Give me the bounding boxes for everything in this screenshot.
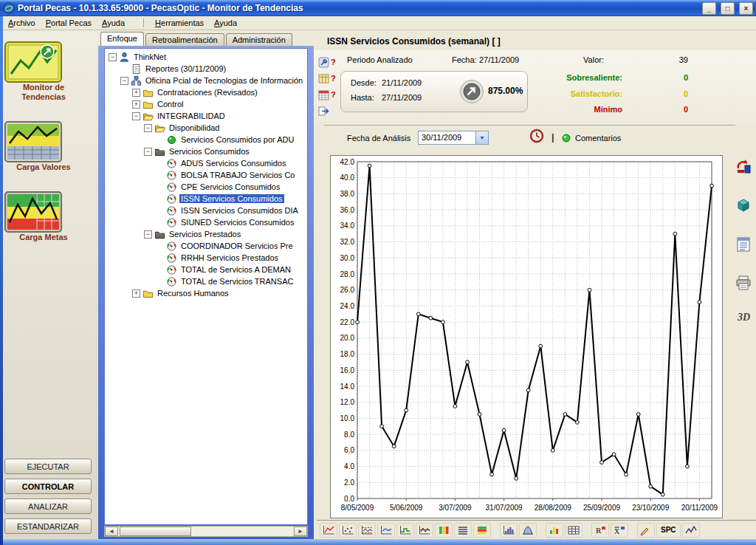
menu-archivo[interactable]: Archivo — [3, 17, 41, 29]
action-estandarizar[interactable]: ESTANDARIZAR — [4, 518, 92, 534]
folderOpen-icon — [142, 111, 154, 122]
tree-item-oficina-pcial-de-tecnologias-de-informacio-n[interactable]: −Oficina Pcial de Tecnologias de Informa… — [107, 75, 307, 86]
sidebar: Monitor de TendenciasCarga ValoresCarga … — [0, 31, 98, 539]
step-chart-icon[interactable] — [396, 523, 414, 538]
tree-item-bolsa-trabajo-servicios-co[interactable]: BOLSA TRABAJO Servicios Co — [107, 169, 307, 181]
tree-item-label: Oficina Pcial de Tecnologias de Informac… — [144, 76, 304, 85]
tree-expander[interactable]: + — [132, 100, 140, 109]
tab-enfoque[interactable]: Enfoque — [100, 32, 144, 46]
annotate-icon[interactable] — [637, 523, 655, 538]
export-report-icon[interactable] — [735, 158, 752, 174]
3d-view-label[interactable]: 3D — [738, 312, 750, 323]
menu-herramientas[interactable]: Herramientas — [150, 17, 209, 29]
list-lines-icon[interactable] — [454, 523, 472, 538]
tree-item-adus-servicios-consumidos[interactable]: ADUS Servicios Consumidos — [107, 157, 307, 169]
cube-view-icon[interactable] — [735, 196, 752, 213]
org-icon — [131, 75, 142, 86]
module-carga-metas[interactable]: Carga Metas — [4, 191, 83, 242]
menu-portal-pecas[interactable]: Portal Pecas — [41, 17, 97, 29]
periodo-label: Periodo Analizado — [347, 55, 413, 64]
tree-expander[interactable]: − — [109, 53, 117, 61]
tree-expander[interactable]: − — [144, 124, 152, 132]
tree-item-recursos-humanos[interactable]: +Recursos Humanos — [107, 287, 307, 299]
tree-expander[interactable]: + — [132, 89, 140, 97]
color-histogram-icon[interactable] — [546, 523, 563, 538]
menu-ayuda[interactable]: Ayuda — [97, 17, 130, 29]
stacked-colors-icon[interactable] — [435, 523, 453, 538]
column-report-icon[interactable] — [735, 236, 752, 253]
tree-item-label: BOLSA TRABAJO Servicios Co — [179, 171, 296, 179]
tree-item-servicios-prestados[interactable]: −Servicios Prestados — [107, 228, 307, 240]
tab-retroalimentacio-n[interactable]: Retroalimentación — [145, 33, 224, 46]
tree-expander[interactable]: − — [120, 77, 128, 85]
tree-expander[interactable]: − — [132, 112, 140, 120]
svg-text:34.0: 34.0 — [340, 222, 355, 230]
flag-bars-icon[interactable] — [473, 523, 491, 538]
tree-item-integrabilidad[interactable]: −INTEGRABILIDAD — [107, 110, 307, 122]
tab-administracio-n[interactable]: Administración — [226, 33, 292, 46]
module-monitor-de-tendencias[interactable]: Monitor de Tendencias — [4, 41, 83, 102]
levey-jennings-icon[interactable] — [416, 523, 433, 538]
spc-button[interactable]: SPC — [656, 523, 681, 538]
scroll-right-button[interactable]: ► — [294, 527, 307, 536]
tree-expander[interactable]: − — [144, 230, 152, 239]
scroll-left-button[interactable]: ◄ — [105, 527, 118, 536]
tolerance-chart-icon[interactable] — [377, 523, 395, 538]
tree-item-control[interactable]: +Control — [107, 98, 307, 110]
tree-item-reportes-30-11-2009[interactable]: Reportes (30/11/2009) — [107, 63, 307, 75]
gauge-icon — [166, 241, 177, 252]
folderDark-icon — [154, 146, 165, 157]
histogram-icon[interactable] — [500, 523, 518, 538]
trend-chart-icon[interactable] — [320, 523, 337, 538]
threshold-value: 0 — [662, 89, 688, 98]
gauge-icon — [166, 264, 177, 275]
tree-item-label: CPE Servicios Consumidos — [179, 182, 282, 191]
scroll-track[interactable] — [191, 527, 294, 536]
maximize-button[interactable]: □ — [721, 2, 735, 15]
tree-item-thinknet[interactable]: −ThinkNet — [107, 51, 307, 63]
tree-expander[interactable]: + — [132, 289, 140, 298]
minimize-button[interactable]: _ — [702, 2, 716, 15]
tree-item-servicios-consumidos-por-adu[interactable]: Servicios Consumidos por ADU — [107, 134, 307, 145]
distribution-icon[interactable] — [519, 523, 537, 538]
printer-icon[interactable] — [735, 275, 752, 291]
tree-horizontal-scrollbar[interactable]: ◄ ► — [104, 526, 308, 537]
tree-item-siuned-servicios-consumidos[interactable]: SIUNED Servicios Consumidos — [107, 216, 307, 228]
tools-help-icon[interactable] — [318, 57, 329, 68]
tree-expander[interactable]: − — [144, 148, 152, 156]
svg-text:32.0: 32.0 — [340, 238, 355, 246]
folder-icon — [142, 87, 154, 98]
tree-item-issn-servicios-consumidos[interactable]: ISSN Servicios Consumidos — [107, 193, 307, 205]
scroll-thumb[interactable] — [120, 527, 191, 536]
tree-item-contrataciones-revisados[interactable]: +Contrataciones (Revisados) — [107, 86, 307, 98]
tree-item-label: SIUNED Servicios Consumidos — [179, 218, 295, 227]
module-carga-valores[interactable]: Carga Valores — [4, 121, 83, 172]
threshold-row: Sobresaliente:0 — [314, 73, 756, 83]
close-button[interactable]: × — [739, 2, 753, 15]
comentarios-label[interactable]: Comentarios — [575, 134, 621, 143]
tree-item-total-de-servicios-transac[interactable]: TOTAL de Servicios TRANSAC — [107, 275, 307, 287]
analysis-date-combobox[interactable]: 30/11/2009 ▼ — [418, 131, 489, 145]
tree-item-cpe-servicios-consumidos[interactable]: CPE Servicios Consumidos — [107, 181, 307, 193]
cusum-chart-icon[interactable] — [682, 523, 700, 538]
svg-text:26.0: 26.0 — [340, 286, 355, 294]
svg-text:40.0: 40.0 — [340, 174, 355, 182]
action-analizar[interactable]: ANALIZAR — [4, 498, 92, 514]
tree-item-issn-servicios-consumidos-dia[interactable]: ISSN Servicios Consumidos DIA — [107, 205, 307, 216]
tree-item-rrhh-servicios-prestados[interactable]: RRHH Servicios Prestados — [107, 252, 307, 264]
xbar-chart-icon[interactable]: X — [611, 523, 628, 538]
control-chart-icon[interactable] — [358, 523, 376, 538]
tree-item-servicios-consumidos[interactable]: −Servicios Consumidos — [107, 145, 307, 157]
action-controlar[interactable]: CONTROLAR — [4, 479, 92, 494]
tree-item-total-de-servicios-a-deman[interactable]: TOTAL de Servicios A DEMAN — [107, 264, 307, 275]
tree-item-disponibilidad[interactable]: −Disponibilidad — [107, 122, 307, 134]
tree-item-coordinador-servicios-pre[interactable]: COORDINADOR Servicios Pre — [107, 240, 307, 252]
data-grid-icon[interactable] — [565, 523, 583, 538]
r-chart-icon[interactable]: R — [591, 523, 609, 538]
title-bar[interactable]: Portal Pecas - 10.1.33.65:9000 - PecasOp… — [0, 0, 756, 16]
action-ejecutar[interactable]: EJECUTAR — [4, 459, 92, 474]
scatter-chart-icon[interactable] — [339, 523, 357, 538]
combo-dropdown-button[interactable]: ▼ — [475, 131, 488, 144]
clock-icon[interactable] — [529, 128, 544, 143]
menu-ayuda[interactable]: Ayuda — [209, 17, 242, 29]
